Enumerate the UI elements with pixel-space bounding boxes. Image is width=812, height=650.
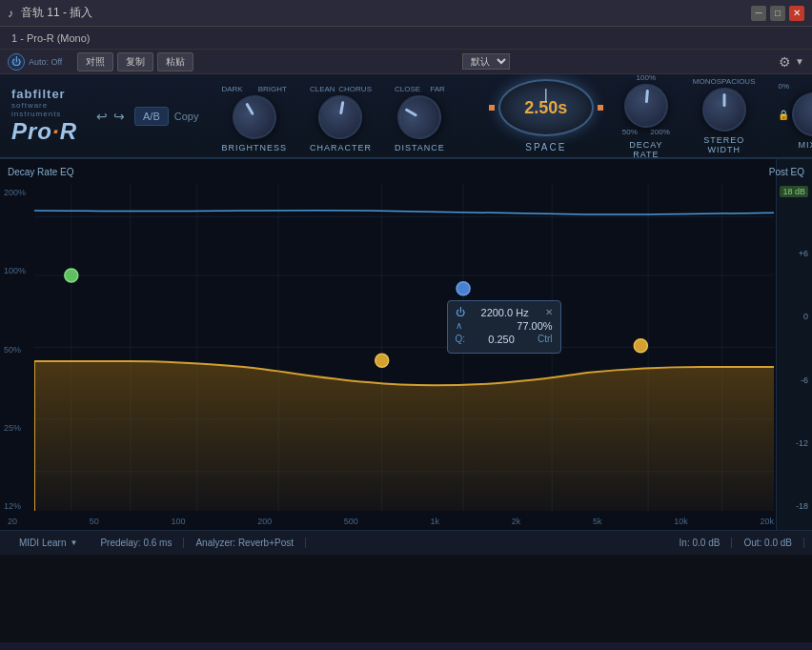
eq-point-low[interactable] bbox=[65, 269, 78, 282]
brand-name: fabfilter bbox=[11, 87, 66, 101]
mix-group: 0% 100% 🔒 MIX bbox=[778, 82, 812, 150]
music-icon: ♪ bbox=[8, 7, 13, 20]
midi-learn-label: MIDI Learn bbox=[19, 538, 66, 548]
maximize-button[interactable]: □ bbox=[770, 6, 785, 21]
preset-select[interactable]: 默认 bbox=[462, 53, 510, 70]
distance-max-label: FAR bbox=[430, 85, 445, 93]
db-neg12: -12 bbox=[781, 438, 808, 448]
tooltip-q-label: Q: bbox=[456, 334, 466, 344]
space-label: SPACE bbox=[525, 142, 566, 152]
distance-group: CLOSE FAR DISTANCE bbox=[395, 85, 445, 152]
titlebar: ♪ 音轨 11 - 插入 ─ □ ✕ bbox=[0, 0, 812, 27]
tooltip-close-button[interactable]: ✕ bbox=[545, 307, 553, 317]
freq-5k: 5k bbox=[593, 517, 602, 526]
settings-icon[interactable]: ⚙ bbox=[779, 54, 791, 70]
copy-button[interactable]: 复制 bbox=[117, 52, 153, 71]
distance-label: DISTANCE bbox=[395, 143, 445, 152]
db-0: 0 bbox=[781, 312, 808, 321]
nav-controls: ↩ ↪ bbox=[96, 109, 125, 124]
eq-label-right: Post EQ bbox=[769, 167, 804, 177]
db-neg18: -18 bbox=[781, 501, 808, 511]
toolbar: ⏻ Auto: Off 对照 复制 粘贴 默认 ⚙ ▼ bbox=[0, 50, 812, 74]
gold-eq-curve[interactable] bbox=[34, 361, 774, 511]
titlebar-left: ♪ 音轨 11 - 插入 bbox=[8, 5, 92, 21]
close-button[interactable]: ✕ bbox=[789, 6, 804, 21]
decay-rate-label: DECAY RATE bbox=[622, 140, 670, 159]
ab-controls: A/B Copy bbox=[134, 107, 198, 126]
tooltip-freq: 2200.0 Hz bbox=[481, 307, 529, 318]
freq-20k: 20k bbox=[760, 517, 774, 526]
stereo-spacious-label: SPACIOUS bbox=[717, 77, 756, 86]
menu-item-plugin[interactable]: 1 - Pro-R (Mono) bbox=[4, 30, 98, 46]
character-max-label: CHORUS bbox=[338, 85, 372, 93]
freq-200: 200 bbox=[257, 517, 272, 526]
settings-dropdown-icon[interactable]: ▼ bbox=[795, 56, 804, 67]
stereo-width-knob[interactable] bbox=[702, 88, 746, 132]
redo-button[interactable]: ↪ bbox=[113, 109, 125, 124]
tooltip-power-icon[interactable]: ⏻ bbox=[456, 307, 465, 317]
eq-canvas[interactable] bbox=[34, 184, 774, 511]
ab-button[interactable]: A/B bbox=[134, 107, 169, 126]
eq-label-left: Decay Rate EQ bbox=[8, 167, 73, 177]
db-scale: 18 dB +12 +6 0 -6 -12 -18 bbox=[776, 159, 812, 530]
copy-preset-button[interactable]: Copy bbox=[174, 111, 199, 122]
eq-point-dip[interactable] bbox=[376, 354, 389, 367]
input-status: In: 0.0 dB bbox=[668, 538, 733, 548]
mix-min-label: 0% bbox=[778, 82, 789, 91]
pct-200: 200% bbox=[4, 188, 26, 197]
statusbar: MIDI Learn ▼ Predelay: 0.6 ms Analyzer: … bbox=[0, 530, 812, 555]
undo-button[interactable]: ↩ bbox=[96, 109, 108, 124]
decay-200-label: 200% bbox=[650, 128, 669, 136]
distance-knob[interactable] bbox=[390, 88, 450, 148]
compare-button[interactable]: 对照 bbox=[77, 52, 113, 71]
eq-point-high[interactable] bbox=[634, 339, 647, 353]
time-display[interactable]: 2.50s bbox=[498, 79, 594, 136]
character-knob[interactable] bbox=[315, 91, 366, 142]
character-group: CLEAN CHORUS CHARACTER bbox=[310, 85, 372, 152]
predelay-status: Predelay: 0.6 ms bbox=[89, 538, 184, 548]
pct-12: 12% bbox=[4, 501, 26, 511]
time-value: 2.50s bbox=[524, 98, 567, 118]
brightness-group: DARK BRIGHT BRIGHTNESS bbox=[221, 85, 287, 152]
pct-25: 25% bbox=[4, 423, 26, 433]
freq-10k: 10k bbox=[674, 517, 688, 526]
menubar: 1 - Pro-R (Mono) bbox=[0, 27, 812, 50]
freq-100: 100 bbox=[171, 517, 185, 526]
decay-rate-group: 100% 50% 200% DECAY RATE bbox=[622, 74, 670, 159]
pct-50: 50% bbox=[4, 345, 26, 355]
freq-labels: 20 50 100 200 500 1k 2k 5k 10k 20k bbox=[8, 517, 774, 526]
tooltip-q-value: 0.250 bbox=[488, 334, 515, 345]
stereo-width-label: STEREO WIDTH bbox=[693, 135, 756, 154]
decay-rate-knob[interactable] bbox=[622, 82, 670, 130]
freq-1k: 1k bbox=[431, 517, 440, 526]
brightness-max-label: BRIGHT bbox=[258, 85, 287, 93]
logo-area: fabfilter software instruments Pro·R bbox=[11, 87, 77, 145]
decay-100-label: 100% bbox=[637, 74, 656, 82]
db-6: +6 bbox=[781, 249, 808, 258]
freq-20: 20 bbox=[8, 517, 17, 526]
product-name: Pro·R bbox=[11, 118, 77, 145]
freq-2k: 2k bbox=[512, 517, 521, 526]
paste-button[interactable]: 粘贴 bbox=[157, 52, 193, 71]
minimize-button[interactable]: ─ bbox=[751, 6, 766, 21]
output-status: Out: 0.0 dB bbox=[732, 538, 804, 548]
midi-learn-button[interactable]: MIDI Learn ▼ bbox=[8, 538, 89, 548]
lock-icon[interactable]: 🔒 bbox=[778, 110, 789, 120]
eq-point-mid[interactable] bbox=[457, 282, 470, 295]
character-min-label: CLEAN bbox=[310, 85, 335, 93]
power-button[interactable]: ⏻ bbox=[8, 53, 25, 71]
tooltip-curve-icon: ∧ bbox=[456, 320, 462, 331]
titlebar-title: 音轨 11 - 插入 bbox=[21, 5, 92, 21]
db-18-badge: 18 dB bbox=[780, 186, 808, 197]
analyzer-status: Analyzer: Reverb+Post bbox=[184, 538, 306, 548]
plugin-body: fabfilter software instruments Pro·R ↩ ↪… bbox=[0, 74, 812, 642]
eq-area[interactable]: Decay Rate EQ Post EQ 200% 100% 50% 25% … bbox=[0, 158, 812, 530]
brand-subtitle: software instruments bbox=[11, 101, 77, 118]
auto-label: Auto: Off bbox=[29, 57, 62, 67]
decay-50-label: 50% bbox=[622, 128, 638, 136]
time-indicator-left bbox=[489, 105, 495, 111]
stereo-mono-label: MONO bbox=[693, 77, 717, 86]
plugin-header: fabfilter software instruments Pro·R ↩ ↪… bbox=[0, 74, 812, 158]
brightness-min-label: DARK bbox=[221, 85, 242, 93]
brightness-knob[interactable] bbox=[224, 88, 284, 148]
